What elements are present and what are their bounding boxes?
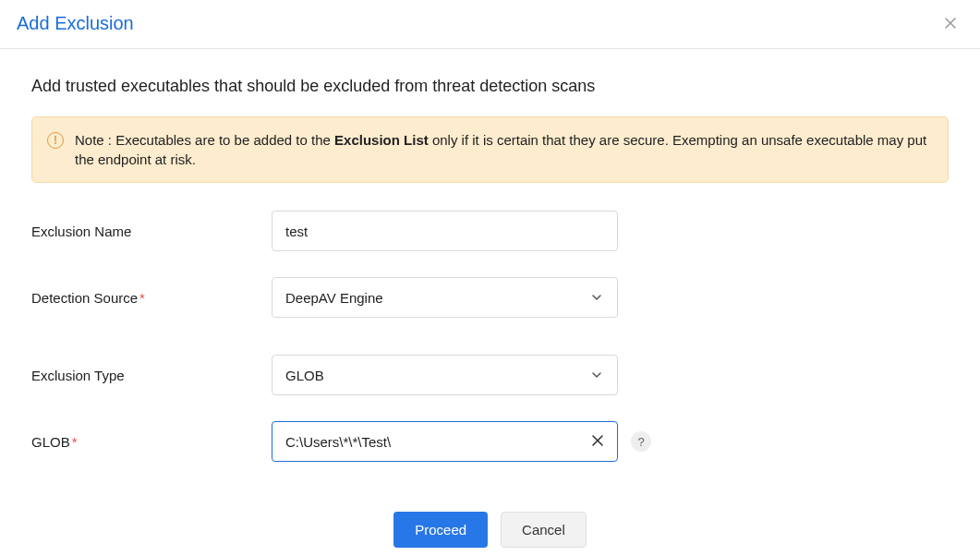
label-exclusion-type: Exclusion Type (31, 368, 272, 383)
row-detection-source: Detection Source* DeepAV Engine (31, 277, 949, 318)
label-detection-source: Detection Source* (31, 290, 272, 306)
close-icon[interactable] (939, 13, 962, 35)
proceed-button[interactable]: Proceed (393, 512, 488, 548)
detection-source-value: DeepAV Engine (285, 290, 383, 306)
exclusion-type-select[interactable]: GLOB (272, 355, 618, 395)
glob-input[interactable] (285, 434, 587, 450)
label-glob: GLOB* (31, 434, 272, 450)
row-glob: GLOB* ? (31, 421, 949, 462)
dialog-subtitle: Add trusted executables that should be e… (31, 77, 949, 96)
clear-icon[interactable] (587, 430, 608, 453)
note-banner: ! Note : Executables are to be added to … (31, 116, 949, 183)
exclusion-type-value: GLOB (285, 368, 324, 383)
label-exclusion-name: Exclusion Name (31, 224, 272, 239)
chevron-down-icon (591, 292, 602, 303)
exclusion-name-input[interactable] (272, 211, 618, 251)
cancel-button[interactable]: Cancel (501, 512, 587, 548)
required-indicator: * (139, 290, 145, 306)
required-indicator: * (72, 434, 78, 450)
add-exclusion-dialog: Add Exclusion Add trusted executables th… (0, 0, 980, 556)
note-bold: Exclusion List (334, 132, 429, 148)
warning-icon: ! (47, 132, 64, 149)
chevron-down-icon (591, 369, 602, 381)
glob-input-wrapper (272, 421, 618, 462)
dialog-content: Add trusted executables that should be e… (0, 49, 980, 488)
dialog-header: Add Exclusion (0, 0, 980, 49)
row-exclusion-name: Exclusion Name (31, 211, 949, 251)
row-exclusion-type: Exclusion Type GLOB (31, 355, 949, 395)
help-icon[interactable]: ? (631, 431, 651, 452)
note-prefix: Note : Executables are to be added to th… (75, 132, 334, 148)
dialog-footer: Proceed Cancel (0, 488, 980, 556)
dialog-title: Add Exclusion (17, 13, 134, 34)
note-text: Note : Executables are to be added to th… (75, 130, 933, 169)
detection-source-select[interactable]: DeepAV Engine (272, 277, 618, 318)
